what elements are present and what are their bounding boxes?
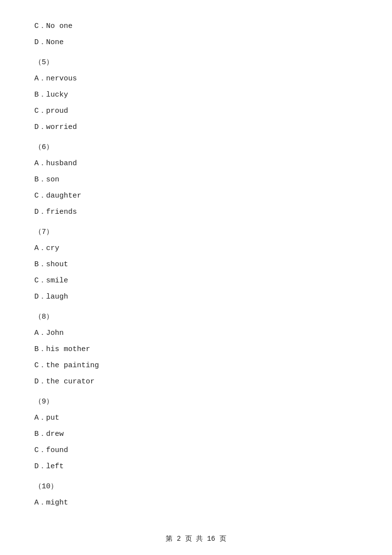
answer-option: A．might bbox=[34, 496, 358, 509]
section-number: （5） bbox=[34, 56, 358, 69]
answer-option: C．proud bbox=[34, 104, 358, 118]
answer-option: B．his mother bbox=[34, 343, 358, 356]
page-footer: 第 2 页 共 16 页 bbox=[0, 534, 392, 543]
answer-option: D．laugh bbox=[34, 290, 358, 303]
answer-option: C．the painting bbox=[34, 359, 358, 372]
answer-option: C．smile bbox=[34, 274, 358, 287]
section-number: （10） bbox=[34, 480, 358, 493]
section-number: （8） bbox=[34, 310, 358, 324]
main-content: C．No oneD．None（5）A．nervousB．luckyC．proud… bbox=[0, 0, 392, 542]
answer-option: C．found bbox=[34, 444, 358, 457]
answer-option: C．No one bbox=[34, 20, 358, 33]
answer-option: D．left bbox=[34, 460, 358, 473]
answer-option: C．daughter bbox=[34, 189, 358, 202]
section-number: （9） bbox=[34, 395, 358, 408]
section-number: （7） bbox=[34, 226, 358, 239]
answer-option: B．shout bbox=[34, 258, 358, 271]
answer-option: D．worried bbox=[34, 121, 358, 134]
answer-option: A．husband bbox=[34, 157, 358, 170]
answer-option: B．drew bbox=[34, 428, 358, 441]
answer-option: D．friends bbox=[34, 205, 358, 219]
section-number: （6） bbox=[34, 141, 358, 154]
answer-option: B．lucky bbox=[34, 88, 358, 101]
answer-option: D．the curator bbox=[34, 375, 358, 388]
answer-option: A．put bbox=[34, 411, 358, 425]
answer-option: A．cry bbox=[34, 242, 358, 255]
answer-option: D．None bbox=[34, 36, 358, 49]
answer-option: A．John bbox=[34, 327, 358, 340]
answer-option: A．nervous bbox=[34, 72, 358, 85]
answer-option: B．son bbox=[34, 173, 358, 186]
